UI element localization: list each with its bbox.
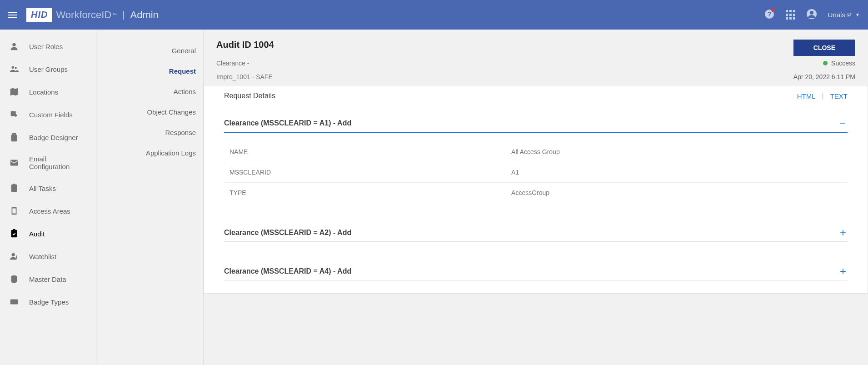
menu-button[interactable]: [8, 10, 17, 20]
sidebar-item-label: All Tasks: [29, 185, 56, 192]
brand-admin: Admin: [130, 9, 159, 21]
view-html-link[interactable]: HTML: [797, 92, 816, 100]
svg-text:?: ?: [767, 10, 771, 18]
clearance-section-a1: Clearance (MSSCLEARID = A1) - Add NAME A…: [224, 106, 848, 203]
expand-icon[interactable]: +: [838, 269, 848, 274]
user-menu[interactable]: Unais P ▼: [828, 11, 860, 19]
help-icon[interactable]: ?: [764, 9, 775, 21]
status-badge: Success: [793, 60, 855, 67]
svg-rect-11: [13, 184, 15, 185]
inner-nav-request[interactable]: Request: [96, 61, 196, 81]
sidebar-item-audit[interactable]: Audit: [0, 222, 96, 245]
svg-rect-21: [840, 123, 845, 124]
brand-tm: ™: [112, 12, 117, 17]
view-separator: |: [822, 92, 824, 100]
sidebar-item-master-data[interactable]: Master Data: [0, 268, 96, 290]
collapse-icon[interactable]: [838, 119, 848, 127]
page-date: Apr 20, 2022 6:11 PM: [793, 73, 855, 80]
sidebar-item-email-config[interactable]: Email Configuration: [0, 149, 96, 177]
svg-rect-8: [11, 135, 17, 142]
clearance-section-a4: Clearance (MSSCLEARID = A4) - Add +: [224, 255, 848, 280]
sidebar-item-label: User Groups: [29, 65, 68, 73]
sidebar-item-label: Access Areas: [29, 207, 70, 215]
row-value: AccessGroup: [511, 189, 842, 196]
page-subtitle: Clearance -: [216, 60, 793, 67]
svg-rect-15: [13, 229, 15, 231]
sidebar-item-label: Master Data: [29, 275, 66, 283]
svg-rect-14: [11, 230, 17, 238]
svg-rect-13: [12, 209, 15, 214]
svg-rect-10: [11, 185, 17, 192]
table-row: MSSCLEARID A1: [224, 162, 848, 183]
svg-point-16: [12, 253, 15, 256]
brand-logo: HID: [26, 8, 52, 22]
inner-nav-application-logs[interactable]: Application Logs: [96, 143, 196, 163]
sidebar: User Roles User Groups Locations Custom …: [0, 30, 96, 365]
section-title: Clearance (MSSCLEARID = A2) - Add: [224, 229, 838, 237]
sidebar-item-custom-fields[interactable]: Custom Fields: [0, 103, 96, 126]
sidebar-item-badge-designer[interactable]: Badge Designer: [0, 126, 96, 149]
sidebar-item-access-areas[interactable]: Access Areas: [0, 200, 96, 222]
svg-point-3: [810, 11, 813, 15]
svg-point-4: [12, 43, 15, 46]
clearance-section-a2: Clearance (MSSCLEARID = A2) - Add +: [224, 216, 848, 242]
close-button[interactable]: CLOSE: [793, 40, 855, 56]
row-key: NAME: [229, 148, 511, 155]
sidebar-item-all-tasks[interactable]: All Tasks: [0, 177, 96, 200]
apps-icon[interactable]: [786, 10, 795, 20]
sidebar-item-label: Badge Designer: [29, 134, 78, 141]
sidebar-item-label: Audit: [29, 230, 45, 238]
row-value: All Access Group: [511, 148, 842, 155]
inner-nav-object-changes[interactable]: Object Changes: [96, 102, 196, 122]
row-key: MSSCLEARID: [229, 169, 511, 176]
inner-nav-response[interactable]: Response: [96, 122, 196, 143]
section-title: Clearance (MSSCLEARID = A1) - Add: [224, 119, 838, 127]
sidebar-item-label: Email Configuration: [29, 155, 87, 170]
svg-rect-9: [10, 160, 18, 166]
status-dot-icon: [823, 61, 828, 65]
sidebar-item-watchlist[interactable]: Watchlist: [0, 245, 96, 268]
table-row: TYPE AccessGroup: [224, 183, 848, 203]
sidebar-item-label: Custom Fields: [29, 111, 73, 119]
detail-nav: General Request Actions Object Changes R…: [96, 30, 204, 365]
view-text-link[interactable]: TEXT: [830, 92, 848, 100]
status-text: Success: [831, 60, 855, 67]
row-value: A1: [511, 169, 842, 176]
table-row: NAME All Access Group: [224, 142, 848, 162]
account-icon[interactable]: [806, 9, 817, 21]
app-header: HID WorkforceID ™ | Admin ? Unais P ▼: [0, 0, 868, 30]
sidebar-item-locations[interactable]: Locations: [0, 80, 96, 103]
request-details-title: Request Details: [224, 92, 797, 100]
svg-point-5: [12, 66, 15, 69]
page-title: Audit ID 1004: [216, 40, 793, 56]
row-key: TYPE: [229, 189, 511, 196]
brand-text: WorkforceID: [56, 9, 111, 21]
main-content: Audit ID 1004 CLOSE Clearance - Success …: [204, 30, 868, 365]
sidebar-item-user-groups[interactable]: User Groups: [0, 58, 96, 80]
section-title: Clearance (MSSCLEARID = A4) - Add: [224, 267, 838, 275]
svg-rect-17: [16, 255, 17, 259]
svg-rect-19: [10, 300, 18, 305]
brand-separator: |: [122, 10, 125, 20]
notification-dot: [771, 8, 776, 12]
chevron-down-icon: ▼: [855, 12, 860, 17]
svg-rect-7: [12, 133, 16, 135]
sidebar-item-badge-types[interactable]: Badge Types: [0, 290, 96, 313]
inner-nav-actions[interactable]: Actions: [96, 81, 196, 102]
svg-rect-20: [12, 300, 14, 302]
user-name: Unais P: [828, 11, 852, 19]
sidebar-item-label: Badge Types: [29, 298, 69, 306]
sidebar-item-label: Locations: [29, 88, 58, 96]
svg-point-6: [15, 67, 17, 69]
sidebar-item-user-roles[interactable]: User Roles: [0, 35, 96, 58]
sidebar-item-label: User Roles: [29, 43, 63, 50]
expand-icon[interactable]: +: [838, 230, 848, 235]
inner-nav-general[interactable]: General: [96, 40, 196, 61]
sidebar-item-label: Watchlist: [29, 253, 56, 260]
page-source: Impro_1001 - SAFE: [216, 73, 793, 80]
